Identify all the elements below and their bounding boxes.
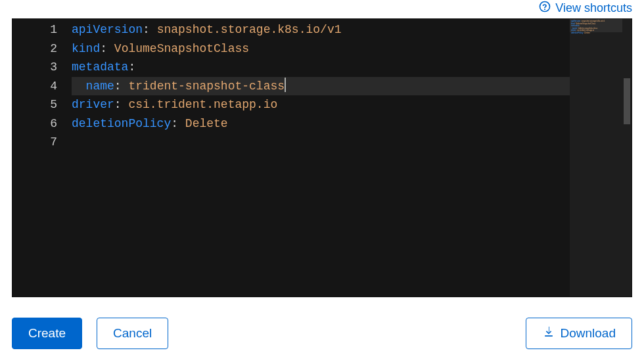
code-line: apiVersion: snapshot.storage.k8s.io/v1	[72, 20, 570, 39]
scrollbar-thumb[interactable]	[624, 78, 630, 124]
editor-main: 1234567 apiVersion: snapshot.storage.k8s…	[12, 19, 570, 297]
download-icon	[542, 325, 555, 342]
code-line	[72, 133, 570, 152]
code-line: driver: csi.trident.netapp.io	[72, 95, 570, 114]
yaml-editor[interactable]: 1234567 apiVersion: snapshot.storage.k8s…	[12, 18, 632, 297]
line-number: 2	[12, 39, 57, 59]
create-button-label: Create	[28, 326, 66, 341]
cancel-button[interactable]: Cancel	[97, 318, 168, 349]
code-line: deletionPolicy: Delete	[72, 114, 570, 133]
minimap[interactable]: apiVersion: snapshot.storage.k8s.io/v1ki…	[570, 19, 622, 297]
line-number: 7	[12, 133, 57, 152]
question-circle-icon	[538, 0, 551, 16]
minimap-content: apiVersion: snapshot.storage.k8s.io/v1ki…	[571, 20, 616, 35]
cancel-button-label: Cancel	[113, 326, 152, 341]
vertical-scrollbar[interactable]	[622, 19, 632, 297]
code-line: metadata:	[72, 58, 570, 77]
code-line: name: trident-snapshot-class	[72, 77, 570, 96]
line-number: 3	[12, 58, 57, 77]
code-line: kind: VolumeSnapshotClass	[72, 39, 570, 59]
line-number: 6	[12, 114, 57, 133]
line-number: 5	[12, 95, 57, 114]
line-number: 1	[12, 20, 57, 39]
view-shortcuts-label: View shortcuts	[555, 1, 632, 15]
code-area[interactable]: apiVersion: snapshot.storage.k8s.io/v1ki…	[72, 20, 570, 297]
create-button[interactable]: Create	[12, 318, 82, 349]
download-button-label: Download	[561, 326, 616, 341]
download-button[interactable]: Download	[526, 318, 633, 349]
line-number: 4	[12, 77, 57, 96]
view-shortcuts-link[interactable]: View shortcuts	[538, 0, 632, 16]
footer-actions: Create Cancel Download	[12, 318, 632, 349]
line-number-gutter: 1234567	[12, 20, 72, 297]
